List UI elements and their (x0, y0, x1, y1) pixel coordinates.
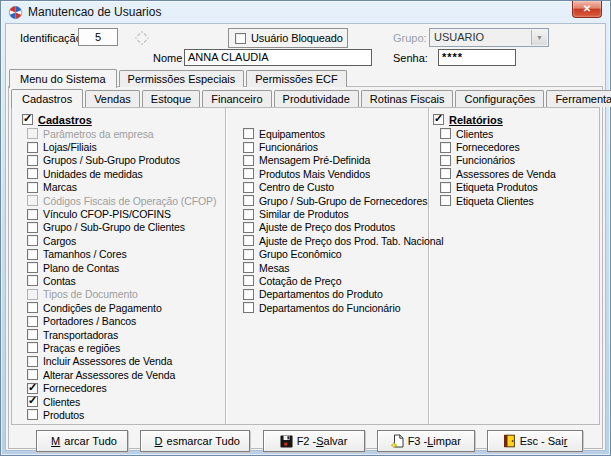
checkbox[interactable] (27, 275, 38, 286)
f2-salvar-button[interactable]: F2 - Salvar (263, 430, 365, 452)
checkbox[interactable] (440, 195, 451, 206)
checkbox[interactable] (243, 182, 254, 193)
checkbox-item[interactable]: Contas (27, 274, 216, 287)
usuario-bloqueado-checkbox[interactable] (235, 33, 246, 44)
checkbox[interactable] (27, 222, 38, 233)
checkbox-item[interactable]: Departamentos do Produto (243, 288, 443, 301)
checkbox[interactable] (27, 155, 38, 166)
checkbox-item[interactable]: Ajuste de Preço dos Prod. Tab. Nacional (243, 234, 443, 247)
checkbox-item[interactable]: Fornecedores (440, 140, 556, 153)
checkbox[interactable] (433, 114, 444, 125)
checkbox-item[interactable]: Departamentos do Funcionário (243, 301, 443, 314)
checkbox-item[interactable]: Incluir Assessores de Venda (27, 355, 216, 368)
checkbox-item[interactable]: Similar de Produtos (243, 207, 443, 220)
tab-permissoes-ecf[interactable]: Permissões ECF (246, 70, 347, 87)
checkbox-item[interactable]: Vínculo CFOP-PIS/COFINS (27, 207, 216, 220)
checkbox[interactable] (27, 356, 38, 367)
marcar-tudo-button[interactable]: Marcar Tudo (36, 430, 128, 452)
tab-estoque[interactable]: Estoque (142, 90, 200, 107)
checkbox[interactable] (27, 182, 38, 193)
checkbox-item[interactable]: Marcas (27, 181, 216, 194)
checkbox[interactable] (243, 155, 254, 166)
checkbox[interactable] (243, 262, 254, 273)
checkbox-item[interactable]: Cargos (27, 234, 216, 247)
checkbox[interactable] (27, 329, 38, 340)
checkbox-item[interactable]: Clientes (27, 395, 216, 408)
checkbox-item[interactable]: Ajuste de Preço dos Produtos (243, 221, 443, 234)
checkbox-item[interactable]: Funcionários (440, 154, 556, 167)
checkbox[interactable] (27, 396, 38, 407)
checkbox[interactable] (27, 316, 38, 327)
titlebar[interactable]: Manutencao de Usuarios ✕ (1, 1, 610, 23)
checkbox[interactable] (243, 235, 254, 246)
checkbox[interactable] (27, 302, 38, 313)
checkbox-item[interactable]: Plano de Contas (27, 261, 216, 274)
checkbox[interactable] (27, 262, 38, 273)
esc-sair-button[interactable]: Esc - Sair (487, 430, 583, 452)
checkbox-item[interactable]: Grupo Econômico (243, 248, 443, 261)
desmarcar-tudo-button[interactable]: Desmarcar Tudo (140, 430, 250, 452)
checkbox[interactable] (27, 409, 38, 420)
identificacao-field[interactable]: 5 (78, 28, 118, 46)
tab-rotinas-fiscais[interactable]: Rotinas Fiscais (361, 90, 454, 107)
checkbox-item[interactable]: Etiqueta Produtos (440, 181, 556, 194)
checkbox-item[interactable]: Centro de Custo (243, 181, 443, 194)
checkbox[interactable] (243, 209, 254, 220)
checkbox[interactable] (243, 142, 254, 153)
checkbox-item[interactable]: Etiqueta Clientes (440, 194, 556, 207)
checkbox[interactable] (27, 142, 38, 153)
checkbox-item[interactable]: Produtos Mais Vendidos (243, 167, 443, 180)
checkbox-item[interactable]: Portadores / Bancos (27, 314, 216, 327)
checkbox[interactable] (27, 209, 38, 220)
checkbox[interactable] (440, 142, 451, 153)
checkbox[interactable] (243, 249, 254, 260)
column-header-cadastros[interactable]: Cadastros (22, 112, 216, 127)
checkbox-item[interactable]: Grupo / Sub-Grupo de Clientes (27, 221, 216, 234)
checkbox[interactable] (243, 168, 254, 179)
checkbox[interactable] (440, 182, 451, 193)
tab-cadastros[interactable]: Cadastros (11, 89, 83, 108)
checkbox[interactable] (27, 383, 38, 394)
checkbox[interactable] (243, 128, 254, 139)
checkbox-item[interactable]: Transportadoras (27, 328, 216, 341)
checkbox-item[interactable]: Grupo / Sub-Grupo de Fornecedores (243, 194, 443, 207)
checkbox-item[interactable]: Mensagem Pré-Definida (243, 154, 443, 167)
checkbox[interactable] (27, 369, 38, 380)
checkbox[interactable] (440, 155, 451, 166)
senha-field[interactable]: **** (438, 49, 516, 66)
checkbox[interactable] (243, 289, 254, 300)
checkbox[interactable] (22, 114, 33, 125)
checkbox-item[interactable]: Assessores de Venda (440, 167, 556, 180)
checkbox[interactable] (27, 342, 38, 353)
checkbox-item[interactable]: Funcionários (243, 140, 443, 153)
checkbox[interactable] (27, 249, 38, 260)
tab-menu-do-sistema[interactable]: Menu do Sistema (9, 69, 117, 88)
tab-financeiro[interactable]: Financeiro (202, 90, 271, 107)
f3-limpar-button[interactable]: F3 - Limpar (377, 430, 475, 452)
checkbox-item[interactable]: Cotação de Preço (243, 274, 443, 287)
tab-vendas[interactable]: Vendas (85, 90, 140, 107)
close-button[interactable]: ✕ (572, 1, 602, 18)
checkbox-item[interactable]: Tamanhos / Cores (27, 248, 216, 261)
tab-configuracoes[interactable]: Configurações (455, 90, 544, 107)
checkbox[interactable] (243, 275, 254, 286)
checkbox[interactable] (440, 168, 451, 179)
checkbox[interactable] (440, 128, 451, 139)
checkbox-item[interactable]: Clientes (440, 127, 556, 140)
nome-field[interactable]: ANNA CLAUDIA (184, 49, 372, 66)
column-header-relatorios[interactable]: Relatórios (433, 112, 556, 127)
checkbox-item[interactable]: Produtos (27, 408, 216, 421)
checkbox[interactable] (27, 235, 38, 246)
checkbox-item[interactable]: Praças e regiões (27, 341, 216, 354)
checkbox-item[interactable]: Fornecedores (27, 381, 216, 394)
checkbox-item[interactable]: Grupos / Sub-Grupo Produtos (27, 154, 216, 167)
tab-ferramentas[interactable]: Ferramentas (546, 90, 611, 107)
checkbox-item[interactable]: Unidades de medidas (27, 167, 216, 180)
tab-permissoes-especiais[interactable]: Permissões Especiais (119, 70, 245, 87)
checkbox-item[interactable]: Lojas/Filiais (27, 140, 216, 153)
checkbox[interactable] (27, 168, 38, 179)
checkbox[interactable] (243, 195, 254, 206)
tab-produtividade[interactable]: Produtividade (274, 90, 359, 107)
checkbox-item[interactable]: Mesas (243, 261, 443, 274)
checkbox-item[interactable]: Equipamentos (243, 127, 443, 140)
